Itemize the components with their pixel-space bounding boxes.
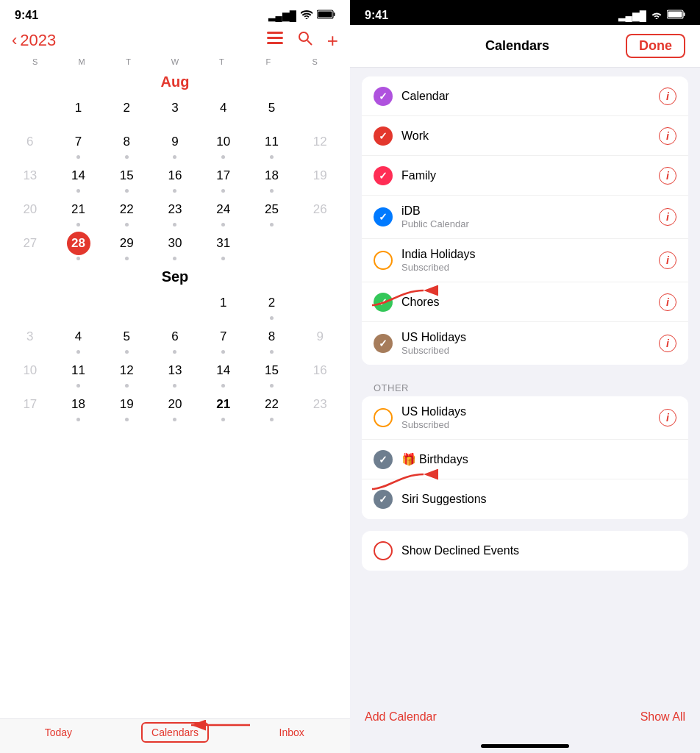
day-cell[interactable]: 15 — [102, 163, 151, 195]
idb-info-button[interactable]: i — [659, 208, 676, 226]
day-cell[interactable]: 9 — [296, 324, 344, 356]
list-item-birthdays[interactable]: ✓ 🎁Birthdays — [362, 440, 688, 479]
day-cell[interactable]: 2 — [102, 95, 151, 127]
day-cell[interactable]: 5 — [102, 324, 151, 356]
day-cell[interactable]: 31 — [199, 230, 248, 263]
calendar-check-icon: ✓ — [374, 87, 393, 106]
chores-check-icon: ✓ — [374, 293, 393, 312]
day-cell[interactable]: 19 — [296, 163, 344, 195]
day-cell[interactable]: 18 — [54, 391, 103, 424]
day-cell[interactable]: 23 — [296, 391, 344, 424]
day-cell[interactable]: 18 — [248, 163, 296, 195]
list-item-us-holidays-icloud[interactable]: ✓ US Holidays Subscribed i — [362, 322, 688, 365]
day-cell[interactable]: 1 — [54, 95, 103, 127]
list-item-calendar[interactable]: ✓ Calendar i — [362, 76, 688, 116]
day-cell[interactable]: 22 — [248, 391, 296, 424]
day-cell[interactable]: 6 — [151, 324, 199, 356]
day-cell[interactable]: 21 — [199, 391, 248, 424]
day-cell[interactable]: 22 — [102, 196, 151, 229]
day-cell[interactable]: 20 — [6, 196, 54, 229]
list-item-work[interactable]: ✓ Work i — [362, 116, 688, 156]
day-cell[interactable]: 13 — [151, 357, 199, 390]
day-cell[interactable]: 11 — [248, 129, 296, 161]
day-cell[interactable]: 8 — [102, 129, 151, 161]
right-time: 9:41 — [365, 9, 388, 22]
day-cell[interactable]: 21 — [54, 196, 103, 229]
day-cell[interactable]: 15 — [248, 357, 296, 390]
day-cell[interactable]: 2 — [248, 290, 296, 322]
show-declined-item[interactable]: Show Declined Events — [362, 531, 688, 571]
day-cell[interactable]: 29 — [102, 230, 151, 263]
idb-check-icon: ✓ — [374, 207, 393, 226]
search-icon[interactable] — [298, 31, 312, 50]
day-cell[interactable]: 10 — [6, 357, 54, 390]
day-cell[interactable]: 16 — [151, 163, 199, 195]
day-cell[interactable]: 20 — [151, 391, 199, 424]
day-cell[interactable]: 8 — [248, 324, 296, 356]
day-cell[interactable]: 12 — [102, 357, 151, 390]
day-cell[interactable]: 16 — [296, 357, 344, 390]
day-cell[interactable]: 14 — [54, 163, 103, 195]
day-cell[interactable]: 17 — [199, 163, 248, 195]
back-chevron-icon: ‹ — [12, 31, 17, 50]
day-cell[interactable]: 17 — [6, 391, 54, 424]
inbox-tab[interactable]: Inbox — [233, 727, 350, 738]
day-cell[interactable]: 7 — [199, 324, 248, 356]
day-cell[interactable]: 4 — [54, 324, 103, 356]
week-row: 17 18 19 20 21 22 23 — [6, 391, 344, 424]
calendar-info-button[interactable]: i — [659, 88, 676, 105]
done-button[interactable]: Done — [626, 34, 685, 58]
svg-rect-4 — [267, 37, 283, 39]
siri-check-icon: ✓ — [374, 490, 393, 509]
other-section: US Holidays Subscribed i ✓ 🎁Birthdays ✓ … — [362, 396, 688, 519]
list-item-us-holidays-other[interactable]: US Holidays Subscribed i — [362, 396, 688, 440]
list-item-chores[interactable]: ✓ Chores i — [362, 282, 688, 322]
list-item-idb[interactable]: ✓ iDB Public Calendar i — [362, 196, 688, 239]
india-holidays-info-button[interactable]: i — [659, 251, 676, 269]
left-status-bar: 9:41 ▂▄▆█ — [0, 0, 350, 25]
today-tab[interactable]: Today — [0, 727, 117, 738]
day-cell[interactable]: 28 — [54, 230, 103, 263]
list-icon[interactable] — [267, 31, 283, 50]
list-item-india-holidays[interactable]: India Holidays Subscribed i — [362, 239, 688, 282]
day-cell[interactable]: 6 — [6, 129, 54, 161]
day-cell[interactable]: 14 — [199, 357, 248, 390]
day-cell[interactable]: 30 — [151, 230, 199, 263]
day-cell[interactable]: 9 — [151, 129, 199, 161]
day-cell[interactable]: 3 — [151, 95, 199, 127]
day-cell[interactable]: 5 — [248, 95, 296, 127]
svg-rect-1 — [334, 13, 335, 16]
day-cell[interactable]: 13 — [6, 163, 54, 195]
list-item-family[interactable]: ✓ Family i — [362, 156, 688, 196]
day-cell[interactable]: 3 — [6, 324, 54, 356]
day-cell[interactable]: 19 — [102, 391, 151, 424]
day-cell[interactable]: 11 — [54, 357, 103, 390]
add-calendar-button[interactable]: Add Calendar — [365, 710, 437, 724]
calendars-tab[interactable]: Calendars — [117, 727, 234, 738]
day-cell[interactable]: 26 — [296, 196, 344, 229]
week-row: 6 7 8 9 10 11 12 — [6, 129, 344, 161]
day-cell[interactable]: 4 — [199, 95, 248, 127]
day-cell[interactable]: 27 — [6, 230, 54, 263]
us-holidays-other-info-button[interactable]: i — [659, 409, 676, 427]
svg-point-6 — [299, 32, 308, 41]
day-cell[interactable]: 10 — [199, 129, 248, 161]
day-cell[interactable]: 1 — [199, 290, 248, 322]
day-cell[interactable] — [6, 95, 54, 127]
show-all-button[interactable]: Show All — [640, 710, 685, 724]
day-cell[interactable] — [296, 95, 344, 127]
bottom-tab-bar: Today Calendars Inbox — [0, 718, 350, 753]
day-cell[interactable]: 24 — [199, 196, 248, 229]
day-cell[interactable]: 23 — [151, 196, 199, 229]
day-cell[interactable]: 25 — [248, 196, 296, 229]
day-cell[interactable]: 7 — [54, 129, 103, 161]
year-back-button[interactable]: ‹ 2023 — [12, 31, 56, 50]
work-info-button[interactable]: i — [659, 127, 676, 145]
family-check-icon: ✓ — [374, 166, 393, 185]
add-icon[interactable]: + — [327, 31, 338, 50]
us-holidays-icloud-info-button[interactable]: i — [659, 335, 676, 352]
list-item-siri-suggestions[interactable]: ✓ Siri Suggestions — [362, 479, 688, 519]
family-info-button[interactable]: i — [659, 167, 676, 185]
day-cell[interactable]: 12 — [296, 129, 344, 161]
chores-info-button[interactable]: i — [659, 293, 676, 311]
